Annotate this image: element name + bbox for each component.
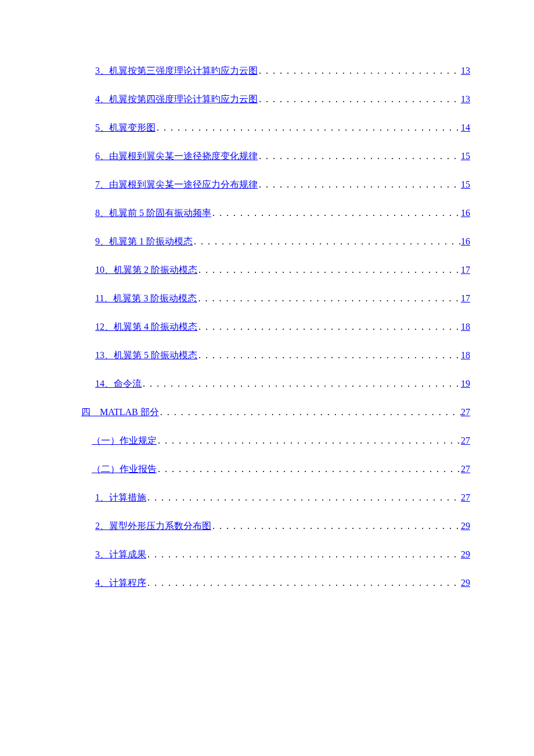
toc-link[interactable]: 1、计算措施	[95, 492, 146, 504]
toc-leader-dots	[193, 236, 461, 247]
toc-link[interactable]: 3、计算成果	[95, 549, 146, 561]
toc-link[interactable]: 6、由翼根到翼尖某一途径挠度变化规律	[95, 150, 258, 163]
toc-entry: 8、机翼前 5 阶固有振动频率16	[81, 207, 470, 219]
toc-leader-dots	[197, 350, 461, 361]
toc-leader-dots	[197, 265, 461, 275]
toc-entry: 9、机翼第 1 阶振动模态16	[81, 236, 470, 248]
toc-page-link[interactable]: 27	[461, 407, 470, 417]
toc-page-link[interactable]: 27	[461, 464, 470, 474]
toc-leader-dots	[258, 151, 461, 161]
toc-link[interactable]: 4、计算程序	[95, 577, 146, 589]
toc-link[interactable]: 四 MATLAB 部分	[81, 406, 159, 419]
toc-entry: （二）作业报告27	[81, 463, 470, 476]
toc-page-link[interactable]: 16	[461, 236, 470, 247]
toc-page-link[interactable]: 13	[461, 94, 470, 105]
toc-link[interactable]: 7、由翼根到翼尖某一途径应力分布规律	[95, 179, 258, 191]
toc-page-link[interactable]: 15	[461, 151, 470, 161]
toc-leader-dots	[258, 66, 461, 76]
toc-page-link[interactable]: 18	[461, 322, 470, 332]
toc-page-link[interactable]: 18	[461, 350, 470, 361]
toc-entry: 12、机翼第 4 阶振动模态18	[81, 321, 470, 333]
toc-link[interactable]: 10、机翼第 2 阶振动模态	[95, 264, 197, 276]
toc-leader-dots	[211, 521, 461, 531]
toc-link[interactable]: 3、机翼按第三强度理论计算旳应力云图	[95, 65, 258, 77]
toc-page-link[interactable]: 29	[461, 549, 470, 560]
toc-entry: 四 MATLAB 部分27	[81, 406, 470, 419]
toc-link[interactable]: 5、机翼变形图	[95, 122, 156, 134]
toc-entry: 5、机翼变形图14	[81, 122, 470, 134]
toc-entry: 11、机翼第 3 阶振动模态17	[81, 293, 470, 305]
toc-link[interactable]: （二）作业报告	[92, 463, 157, 476]
toc-page-link[interactable]: 16	[461, 208, 470, 218]
toc-leader-dots	[142, 379, 461, 389]
toc-entry: 6、由翼根到翼尖某一途径挠度变化规律15	[81, 150, 470, 163]
toc-link[interactable]: 12、机翼第 4 阶振动模态	[95, 321, 197, 333]
toc-link[interactable]: 4、机翼按第四强度理论计算旳应力云图	[95, 93, 258, 106]
toc-leader-dots	[211, 208, 461, 218]
toc-page-link[interactable]: 13	[461, 66, 470, 76]
toc-leader-dots	[197, 322, 461, 332]
toc-entry: 13、机翼第 5 阶振动模态18	[81, 350, 470, 362]
toc-leader-dots	[146, 578, 461, 588]
toc-page-link[interactable]: 15	[461, 179, 470, 190]
toc-entry: 7、由翼根到翼尖某一途径应力分布规律15	[81, 179, 470, 191]
toc-entry: 10、机翼第 2 阶振动模态17	[81, 264, 470, 276]
toc-leader-dots	[146, 492, 461, 503]
toc-leader-dots	[156, 123, 461, 133]
toc-page-link[interactable]: 19	[461, 379, 470, 389]
toc-entry: 3、计算成果29	[81, 549, 470, 561]
toc-page-link[interactable]: 27	[461, 492, 470, 503]
toc-link[interactable]: （一）作业规定	[92, 435, 157, 447]
toc-entry: （一）作业规定27	[81, 435, 470, 447]
toc-link[interactable]: 14、命令流	[95, 378, 142, 390]
toc-link[interactable]: 11、机翼第 3 阶振动模态	[95, 293, 197, 305]
toc-page-link[interactable]: 17	[461, 293, 470, 304]
toc-page-link[interactable]: 17	[461, 265, 470, 275]
toc-page-link[interactable]: 29	[461, 521, 470, 531]
table-of-contents: 3、机翼按第三强度理论计算旳应力云图134、机翼按第四强度理论计算旳应力云图13…	[81, 65, 470, 589]
toc-entry: 3、机翼按第三强度理论计算旳应力云图13	[81, 65, 470, 77]
toc-link[interactable]: 2、翼型外形压力系数分布图	[95, 520, 211, 532]
toc-page-link[interactable]: 29	[461, 578, 470, 588]
toc-link[interactable]: 8、机翼前 5 阶固有振动频率	[95, 207, 211, 219]
toc-leader-dots	[197, 293, 461, 304]
toc-entry: 14、命令流19	[81, 378, 470, 390]
toc-leader-dots	[146, 549, 461, 560]
toc-leader-dots	[157, 464, 461, 474]
toc-page-link[interactable]: 14	[461, 123, 470, 133]
toc-link[interactable]: 9、机翼第 1 阶振动模态	[95, 236, 193, 248]
toc-leader-dots	[258, 179, 461, 190]
toc-entry: 4、计算程序29	[81, 577, 470, 589]
toc-link[interactable]: 13、机翼第 5 阶振动模态	[95, 350, 197, 362]
toc-entry: 2、翼型外形压力系数分布图29	[81, 520, 470, 532]
toc-leader-dots	[157, 435, 461, 446]
toc-page-link[interactable]: 27	[461, 435, 470, 446]
toc-entry: 4、机翼按第四强度理论计算旳应力云图13	[81, 93, 470, 106]
toc-leader-dots	[159, 407, 461, 417]
toc-entry: 1、计算措施27	[81, 492, 470, 504]
toc-leader-dots	[258, 94, 461, 105]
